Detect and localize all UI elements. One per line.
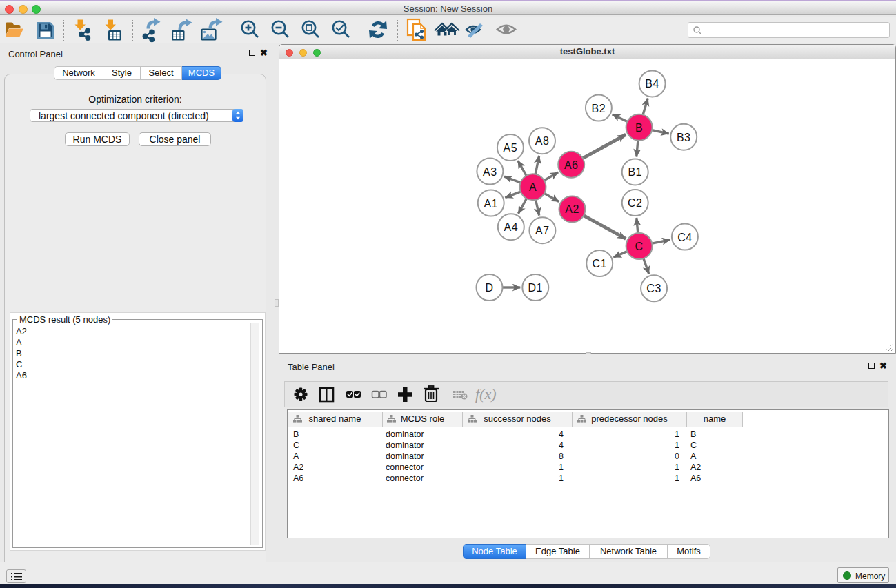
svg-text:B3: B3 <box>677 132 691 143</box>
svg-text:B2: B2 <box>592 103 606 114</box>
svg-text:B4: B4 <box>645 78 659 90</box>
svg-text:C2: C2 <box>628 197 642 209</box>
svg-text:A8: A8 <box>535 135 550 147</box>
svg-text:D1: D1 <box>528 282 543 294</box>
svg-text:D: D <box>485 282 493 294</box>
svg-text:A4: A4 <box>504 221 519 233</box>
svg-text:A7: A7 <box>535 225 550 236</box>
svg-text:A5: A5 <box>504 142 518 154</box>
svg-text:A1: A1 <box>484 198 498 210</box>
svg-text:A2: A2 <box>565 203 579 215</box>
svg-text:C4: C4 <box>677 232 692 243</box>
svg-text:C: C <box>635 241 644 252</box>
svg-text:B: B <box>635 122 643 134</box>
svg-text:C3: C3 <box>646 283 661 294</box>
svg-text:A3: A3 <box>483 166 497 178</box>
svg-text:B1: B1 <box>628 166 642 178</box>
svg-text:f(x): f(x) <box>475 385 497 403</box>
svg-text:A6: A6 <box>564 159 579 171</box>
svg-text:C1: C1 <box>592 258 606 270</box>
svg-text:A: A <box>529 181 537 193</box>
